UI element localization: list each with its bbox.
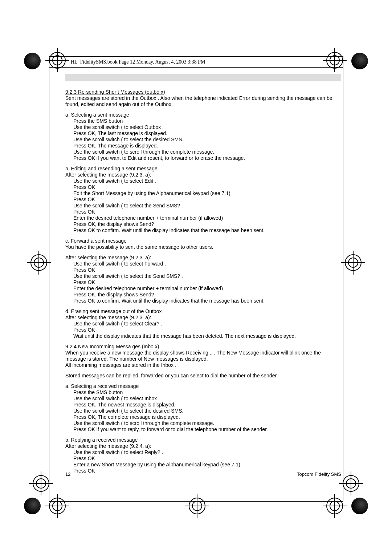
- registration-mark-icon: [33, 475, 49, 492]
- step: Use the scroll switch ( to select Outbox…: [73, 124, 341, 130]
- text: Sent messages are stored in the Outbox .…: [65, 95, 341, 108]
- step: Press OK, the display shows Send?: [73, 292, 341, 298]
- step: Enter the desired telephone number + ter…: [73, 215, 341, 221]
- step: Press OK: [73, 455, 341, 462]
- registration-mark-icon: [189, 498, 205, 514]
- emblem-icon: [24, 498, 41, 514]
- step: Use the scroll switch ( to select the Se…: [73, 273, 341, 279]
- registration-mark-icon: [49, 498, 66, 514]
- text: After selecting the message (9.2.3. a):: [65, 255, 341, 261]
- step: Use the scroll switch ( to select Inbox …: [73, 396, 341, 402]
- text: After selecting the message (9.2.4. a):: [65, 443, 341, 449]
- step: Press the SMS button: [73, 389, 341, 396]
- step: Press OK: [73, 209, 341, 215]
- crop-rule: [49, 56, 49, 501]
- step: Enter a new Short Message by using the A…: [73, 462, 341, 468]
- step: Use the scroll switch ( to select the de…: [73, 137, 341, 143]
- step: Enter the desired telephone number + ter…: [73, 285, 341, 292]
- registration-mark-icon: [326, 498, 343, 514]
- step: Press OK: [73, 267, 341, 273]
- heading-c: c. Forward a sent message: [65, 238, 341, 244]
- step: Use the scroll switch ( to select Forwar…: [73, 261, 341, 267]
- step: Press OK, the display shows Send?: [73, 221, 341, 227]
- registration-mark-icon: [345, 254, 362, 271]
- step: Wait until the display indicates that th…: [73, 333, 341, 339]
- step: Edit the Short Message by using the Alph…: [73, 190, 341, 197]
- step: Use the scroll switch ( to scroll throug…: [73, 149, 341, 155]
- step: Press OK to confirm. Wait until the disp…: [73, 227, 341, 234]
- page: HL_FidelitySMS.book Page 12 Monday, Augu…: [0, 0, 392, 555]
- content-area: 9.2.3 Re-sending Shor t Messages (outbo …: [65, 89, 341, 474]
- emblem-icon: [24, 53, 41, 69]
- page-number: 12: [65, 471, 70, 477]
- text: When you receive a new message the displ…: [65, 350, 341, 362]
- heading-d: d. Erasing sent message out of the Outbo…: [65, 308, 341, 315]
- brand: Topcom Fidelity SMS: [297, 471, 341, 477]
- registration-mark-icon: [49, 52, 66, 69]
- step: Press the SMS button: [73, 118, 341, 124]
- step: Press OK, The newest message is displaye…: [73, 402, 341, 408]
- crop-rule: [49, 67, 343, 68]
- step: Press OK, The message is displayed.: [73, 143, 341, 149]
- step: Press OK: [73, 184, 341, 190]
- footer: 12 Topcom Fidelity SMS: [65, 471, 341, 477]
- step: Press OK, The last message is displayed.: [73, 130, 341, 137]
- step: Press OK if you want to Edit and resent,…: [73, 155, 341, 161]
- step: Use the scroll switch ( to select the de…: [73, 408, 341, 414]
- heading-b: b. Replying a received message: [65, 437, 341, 443]
- heading-a: a. Selecting a sent message: [65, 112, 341, 118]
- crop-rule: [343, 56, 343, 501]
- step: Press OK: [73, 327, 341, 333]
- emblem-icon: [351, 498, 368, 514]
- step: Press OK: [73, 197, 341, 203]
- text: All incomming messages are stored in the…: [65, 362, 341, 368]
- step: Use the scroll switch ( to select Clear?…: [73, 321, 341, 327]
- frame-header: HL_FidelitySMS.book Page 12 Monday, Augu…: [71, 59, 205, 65]
- step: Press OK if you want to reply, to forwar…: [73, 426, 341, 433]
- step: Press OK to confirm. Wait until the disp…: [73, 298, 341, 304]
- step: Use the scroll switch ( to select Reply?…: [73, 449, 341, 455]
- heading-b: b. Editing and resending a sent message: [65, 166, 341, 172]
- registration-mark-icon: [30, 254, 47, 271]
- section-bar: [65, 74, 341, 81]
- heading-a: a. Selecting a received message: [65, 383, 341, 389]
- registration-mark-icon: [326, 52, 343, 69]
- text: After selecting the message (9.2.3. a):: [65, 315, 341, 321]
- step: Press OK, The complete message is displa…: [73, 414, 341, 420]
- heading-9-2-3: 9.2.3 Re-sending Shor t Messages (outbo …: [65, 89, 341, 95]
- heading-9-2-4: 9.2.4 New Incomming Messa ges (Inbo x): [65, 344, 341, 350]
- text: You have the possibility to sent the sam…: [65, 244, 341, 250]
- step: Press OK: [73, 279, 341, 285]
- emblem-icon: [351, 53, 368, 69]
- step: Use the scroll switch ( to select Edit .: [73, 178, 341, 184]
- text: After selecting the message (9.2.3. a):: [65, 172, 341, 178]
- step: Use the scroll switch ( to scroll throug…: [73, 420, 341, 426]
- text: Stored messages can be replied, forwarde…: [65, 373, 341, 379]
- step: Use the scroll switch ( to select the Se…: [73, 203, 341, 209]
- registration-mark-icon: [343, 475, 359, 492]
- crop-rule: [49, 56, 343, 57]
